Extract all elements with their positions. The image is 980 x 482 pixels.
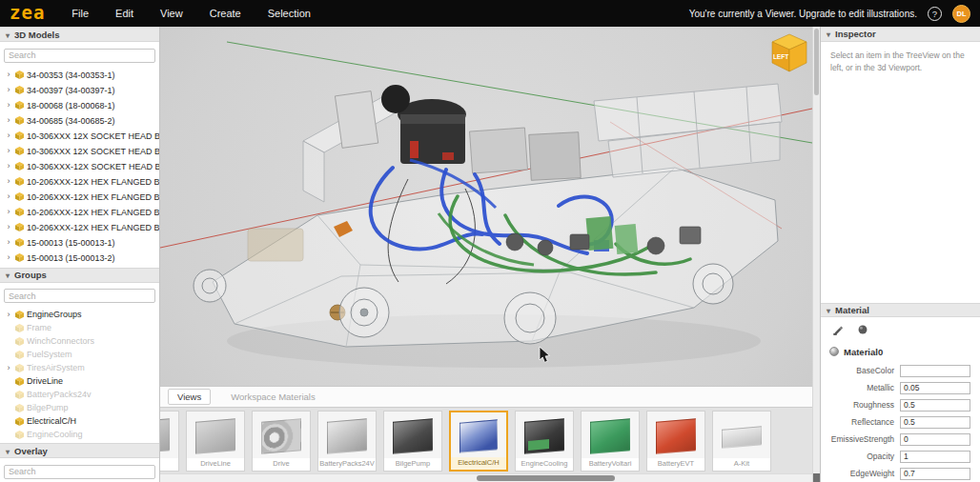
- thumbnail-image: [160, 412, 178, 458]
- group-item[interactable]: EngineCooling: [0, 428, 159, 441]
- paintbrush-icon[interactable]: [830, 322, 846, 337]
- model-tree-item[interactable]: 34-00685 (34-00685-2): [0, 113, 159, 129]
- models-search-input[interactable]: [4, 49, 155, 63]
- material-sphere-icon[interactable]: [855, 322, 870, 337]
- expand-chevron-icon[interactable]: [5, 208, 12, 216]
- property-input[interactable]: [900, 365, 970, 377]
- menu-item[interactable]: View: [147, 0, 196, 27]
- property-input[interactable]: 0: [900, 433, 970, 446]
- expand-chevron-icon[interactable]: [5, 223, 12, 231]
- view-thumbnail[interactable]: [160, 411, 179, 472]
- material-property-row: Reflectance 0.5: [821, 413, 980, 431]
- material-property-row: Metallic 0.05: [821, 379, 980, 396]
- group-item[interactable]: BilgePump: [0, 401, 159, 414]
- vertical-scrollbar[interactable]: [812, 27, 820, 482]
- section-header-inspector[interactable]: Inspector: [821, 27, 980, 42]
- vehicle-illustration: [194, 84, 782, 347]
- property-input[interactable]: 0.05: [900, 382, 970, 394]
- expand-chevron-icon[interactable]: [5, 147, 12, 155]
- view-thumbnail[interactable]: A-Kit: [712, 411, 771, 472]
- view-thumbnail[interactable]: BatteryPacks24V: [317, 411, 377, 472]
- thumbnail-image: [318, 412, 376, 458]
- menu-item[interactable]: Selection: [255, 0, 324, 27]
- menu-item[interactable]: Edit: [102, 0, 147, 27]
- group-item[interactable]: FuelSystem: [0, 348, 159, 361]
- view-thumbnail[interactable]: BatteryVoltari: [581, 411, 640, 472]
- section-header-material[interactable]: Material: [821, 303, 980, 318]
- menu-item[interactable]: Create: [196, 0, 255, 27]
- expand-chevron-icon[interactable]: [5, 101, 12, 110]
- material-property-row: Roughness 0.5: [821, 396, 980, 413]
- section-header-groups[interactable]: Groups: [0, 268, 159, 283]
- group-item[interactable]: Frame: [0, 321, 159, 334]
- viewport-3d[interactable]: LEFT Views Workspace Materials: [160, 27, 812, 482]
- model-tree-item[interactable]: 34-00397 (34-00397-1): [0, 83, 159, 98]
- group-item[interactable]: ElectricalC/H: [0, 414, 159, 428]
- property-input[interactable]: 0.5: [900, 399, 970, 412]
- property-input[interactable]: 1: [900, 451, 970, 463]
- section-header-overlay[interactable]: Overlay: [0, 443, 159, 458]
- groups-search-input[interactable]: [4, 289, 155, 303]
- model-tree-item[interactable]: 10-306XXX-12X SOCKET HEAD BO: [0, 159, 159, 174]
- view-thumbnail[interactable]: EngineCooling: [515, 411, 574, 472]
- group-icon: [15, 377, 24, 386]
- panel-tab[interactable]: Views: [168, 389, 211, 405]
- view-thumbnail[interactable]: DriveLine: [186, 411, 245, 472]
- thumbnail-image: [516, 412, 573, 458]
- model-tree-item[interactable]: 15-00013 (15-00013-1): [0, 235, 159, 251]
- model-tree-item[interactable]: 10-306XXX 12X SOCKET HEAD BO: [0, 129, 159, 144]
- expand-chevron-icon[interactable]: [5, 162, 12, 171]
- model-tree-item[interactable]: 10-206XXX-12X HEX FLANGED BO: [0, 205, 159, 220]
- expand-chevron-icon[interactable]: [5, 177, 12, 186]
- menu-bar: File Edit View Create Selection: [58, 0, 324, 27]
- expand-chevron-icon[interactable]: [5, 86, 12, 94]
- expand-chevron-icon[interactable]: [5, 238, 12, 247]
- panel-tab[interactable]: Workspace Materials: [222, 390, 324, 404]
- group-icon: [15, 337, 24, 346]
- view-thumbnail[interactable]: ElectricalC/H: [449, 411, 508, 472]
- expand-chevron-icon[interactable]: [5, 192, 12, 201]
- menu-item[interactable]: File: [58, 0, 102, 27]
- property-input[interactable]: 0.5: [900, 416, 970, 429]
- expand-chevron-icon[interactable]: [5, 70, 12, 79]
- material-item[interactable]: Material0: [821, 342, 980, 362]
- orientation-cube[interactable]: LEFT: [772, 34, 806, 71]
- topbar-right: You're currently a Viewer. Upgrade to ed…: [689, 5, 980, 23]
- model-tree-item[interactable]: 34-00353 (34-00353-1): [0, 68, 159, 83]
- avatar[interactable]: DL: [952, 5, 970, 23]
- group-item[interactable]: BatteryPacks24v: [0, 388, 159, 401]
- viewer-notice: You're currently a Viewer. Upgrade to ed…: [689, 9, 917, 19]
- app-window: zea File Edit View Create Selection You'…: [0, 0, 980, 482]
- view-thumbnail[interactable]: Drive: [252, 411, 311, 472]
- horizontal-scrollbar-thumb[interactable]: [477, 475, 615, 481]
- model-tree-item[interactable]: 10-306XXX 12X SOCKET HEAD BO: [0, 144, 159, 159]
- horizontal-scrollbar[interactable]: [160, 473, 812, 482]
- group-item[interactable]: WinchConnectors: [0, 334, 159, 348]
- model-tree-item[interactable]: 10-206XXX-12X HEX FLANGED BO: [0, 220, 159, 235]
- group-icon: [15, 391, 24, 399]
- group-item[interactable]: EngineGroups: [0, 308, 159, 321]
- vertical-scrollbar-thumb[interactable]: [814, 29, 819, 95]
- help-icon[interactable]: ?: [928, 7, 942, 21]
- view-thumbnail[interactable]: BilgePump: [383, 411, 442, 472]
- overlay-search-input[interactable]: [4, 465, 155, 479]
- model-tree-item[interactable]: 10-206XXX-12X HEX FLANGED BO: [0, 190, 159, 205]
- model-tree-item[interactable]: 10-206XXX-12X HEX FLANGED BO: [0, 174, 159, 190]
- left-sidebar: 3D Models 34-00353 (34-00353-1): [0, 27, 160, 482]
- thumbnail-label: EngineCooling: [516, 458, 573, 471]
- bottom-panel: Views Workspace Materials Dr: [160, 386, 812, 482]
- property-input[interactable]: 0.7: [900, 468, 970, 480]
- expand-chevron-icon[interactable]: [5, 364, 12, 372]
- group-item[interactable]: DriveLine: [0, 374, 159, 388]
- expand-chevron-icon[interactable]: [5, 311, 12, 319]
- model-tree-item[interactable]: 18-00068 (18-00068-1): [0, 98, 159, 113]
- expand-chevron-icon[interactable]: [5, 116, 12, 125]
- inspector-hint: Select an item in the TreeView on the le…: [821, 42, 980, 303]
- expand-chevron-icon[interactable]: [5, 131, 12, 140]
- section-header-3d-models[interactable]: 3D Models: [0, 27, 159, 42]
- model-tree-item[interactable]: 15-00013 (15-00013-2): [0, 251, 159, 266]
- group-item[interactable]: TiresAirSystem: [0, 361, 159, 374]
- expand-chevron-icon[interactable]: [5, 253, 12, 262]
- group-icon: [15, 351, 24, 359]
- view-thumbnail[interactable]: BatteryEVT: [646, 411, 705, 472]
